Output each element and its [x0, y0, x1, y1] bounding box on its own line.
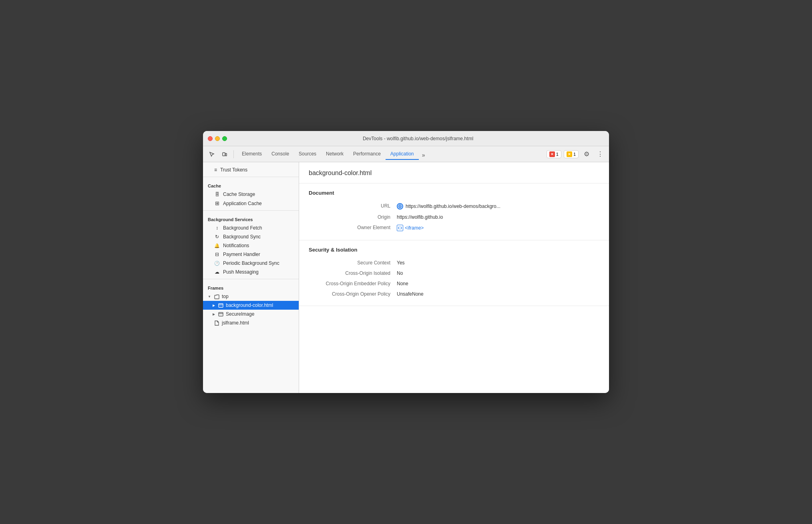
- device-toolbar-button[interactable]: [219, 149, 230, 160]
- sidebar-divider-2: [203, 210, 299, 211]
- owner-element-label: Owner Element: [309, 225, 397, 230]
- document-section: Document URL https://wol: [299, 183, 609, 240]
- maximize-button[interactable]: [222, 136, 227, 141]
- url-label: URL: [309, 203, 397, 209]
- toolbar: Elements Console Sources Network Perform…: [203, 146, 609, 162]
- coop-label: Cross-Origin Opener Policy: [309, 291, 397, 297]
- jslframe-file-icon: [214, 320, 219, 326]
- url-row: URL https://wolfib.github.io/web-demos/b…: [309, 201, 599, 212]
- sidebar: ≡ Trust Tokens Cache Cache Storage Appli…: [203, 162, 299, 393]
- sidebar-item-label: Push Messaging: [223, 269, 259, 275]
- tab-performance[interactable]: Performance: [348, 149, 386, 160]
- settings-button[interactable]: ⚙: [581, 149, 592, 160]
- origin-row: Origin https://wolfib.github.io: [309, 212, 599, 222]
- sidebar-item-label: Cache Storage: [223, 191, 255, 197]
- secure-context-row: Secure Context Yes: [309, 258, 599, 268]
- svg-rect-4: [219, 312, 223, 316]
- tab-elements[interactable]: Elements: [237, 149, 267, 160]
- top-label: top: [222, 294, 229, 299]
- folder-icon: [214, 294, 219, 299]
- sidebar-section-background-services: Background Services: [203, 213, 299, 224]
- sidebar-item-label: Periodic Background Sync: [223, 260, 279, 266]
- cross-origin-isolated-value: No: [397, 270, 403, 276]
- window-title: DevTools - wolfib.github.io/web-demos/js…: [232, 136, 604, 141]
- sidebar-divider-3: [203, 279, 299, 279]
- cache-storage-icon: [214, 191, 220, 197]
- sidebar-item-periodic-background-sync[interactable]: Periodic Background Sync: [203, 259, 299, 268]
- sidebar-item-label: Notifications: [223, 243, 249, 248]
- sidebar-item-cache-storage[interactable]: Cache Storage: [203, 190, 299, 199]
- notifications-icon: [214, 243, 220, 248]
- toolbar-separator: [233, 150, 234, 158]
- devtools-window: DevTools - wolfib.github.io/web-demos/js…: [203, 131, 609, 393]
- url-icon: [397, 203, 403, 210]
- background-color-label: background-color.html: [226, 302, 273, 308]
- sidebar-item-notifications[interactable]: Notifications: [203, 241, 299, 250]
- traffic-lights: [208, 136, 227, 141]
- svg-rect-0: [223, 153, 225, 156]
- error-icon: ✕: [549, 151, 555, 157]
- coop-text: UnsafeNone: [397, 291, 424, 297]
- url-text: https://wolfib.github.io/web-demos/backg…: [406, 204, 500, 209]
- sidebar-item-top[interactable]: ▼ top: [203, 292, 299, 301]
- sidebar-item-background-sync[interactable]: Background Sync: [203, 232, 299, 241]
- sidebar-item-label: Background Sync: [223, 234, 261, 240]
- periodic-sync-icon: [214, 260, 220, 266]
- origin-text: https://wolfib.github.io: [397, 214, 443, 220]
- sidebar-item-label: Application Cache: [223, 201, 262, 206]
- cross-origin-isolated-label: Cross-Origin Isolated: [309, 270, 397, 276]
- tab-sources[interactable]: Sources: [294, 149, 321, 160]
- sidebar-item-background-fetch[interactable]: Background Fetch: [203, 224, 299, 232]
- origin-value: https://wolfib.github.io: [397, 214, 443, 220]
- coep-value: None: [397, 281, 408, 286]
- coep-label: Cross-Origin Embedder Policy: [309, 281, 397, 286]
- tab-network[interactable]: Network: [321, 149, 348, 160]
- payment-handler-icon: [214, 252, 220, 257]
- sidebar-section-cache: Cache: [203, 179, 299, 190]
- sidebar-item-payment-handler[interactable]: Payment Handler: [203, 250, 299, 259]
- errors-count: 1: [556, 152, 559, 157]
- sidebar-item-label: Background Fetch: [223, 225, 262, 231]
- jslframe-label: jslframe.html: [222, 320, 249, 326]
- cross-origin-isolated-text: No: [397, 270, 403, 276]
- secure-context-text: Yes: [397, 260, 405, 266]
- sidebar-item-label: Trust Tokens: [220, 167, 247, 173]
- iframe-link[interactable]: <iframe>: [397, 225, 424, 231]
- more-tabs-button[interactable]: »: [419, 150, 428, 160]
- sidebar-item-label: Payment Handler: [223, 252, 260, 257]
- sidebar-item-background-color-html[interactable]: ▶ background-color.html: [203, 301, 299, 310]
- owner-element-row: Owner Element <iframe>: [309, 222, 599, 234]
- tab-application[interactable]: Application: [386, 149, 419, 160]
- sidebar-item-push-messaging[interactable]: Push Messaging: [203, 268, 299, 276]
- minimize-button[interactable]: [215, 136, 220, 141]
- push-messaging-icon: [214, 269, 220, 275]
- coop-value: UnsafeNone: [397, 291, 424, 297]
- cross-origin-isolated-row: Cross-Origin Isolated No: [309, 268, 599, 278]
- application-cache-icon: [214, 200, 220, 206]
- background-sync-icon: [214, 234, 220, 240]
- titlebar: DevTools - wolfib.github.io/web-demos/js…: [203, 131, 609, 146]
- sidebar-divider-1: [203, 177, 299, 177]
- svg-rect-2: [219, 304, 223, 307]
- iframe-link-text: <iframe>: [405, 225, 424, 231]
- more-options-button[interactable]: ⋮: [595, 149, 606, 160]
- warnings-count: 1: [573, 152, 576, 157]
- tab-bar: Elements Console Sources Network Perform…: [237, 149, 545, 160]
- errors-badge[interactable]: ✕ 1: [547, 150, 561, 158]
- trust-tokens-icon: ≡: [214, 167, 217, 173]
- url-value: https://wolfib.github.io/web-demos/backg…: [397, 203, 500, 210]
- frame-title: background-color.html: [299, 162, 609, 183]
- frame-icon: [218, 303, 223, 308]
- warnings-badge[interactable]: ✕ 1: [564, 150, 579, 158]
- select-element-button[interactable]: [206, 149, 217, 160]
- main-panel: background-color.html Document URL: [299, 162, 609, 393]
- sidebar-item-trust-tokens[interactable]: ≡ Trust Tokens: [203, 165, 299, 174]
- toolbar-right: ✕ 1 ✕ 1 ⚙ ⋮: [547, 149, 606, 160]
- sidebar-item-application-cache[interactable]: Application Cache: [203, 199, 299, 208]
- svg-rect-1: [225, 153, 227, 156]
- tab-console[interactable]: Console: [267, 149, 294, 160]
- sidebar-item-secure-image[interactable]: ▶ SecureImage: [203, 310, 299, 318]
- sidebar-item-jslframe[interactable]: jslframe.html: [203, 318, 299, 327]
- close-button[interactable]: [208, 136, 213, 141]
- coep-row: Cross-Origin Embedder Policy None: [309, 278, 599, 289]
